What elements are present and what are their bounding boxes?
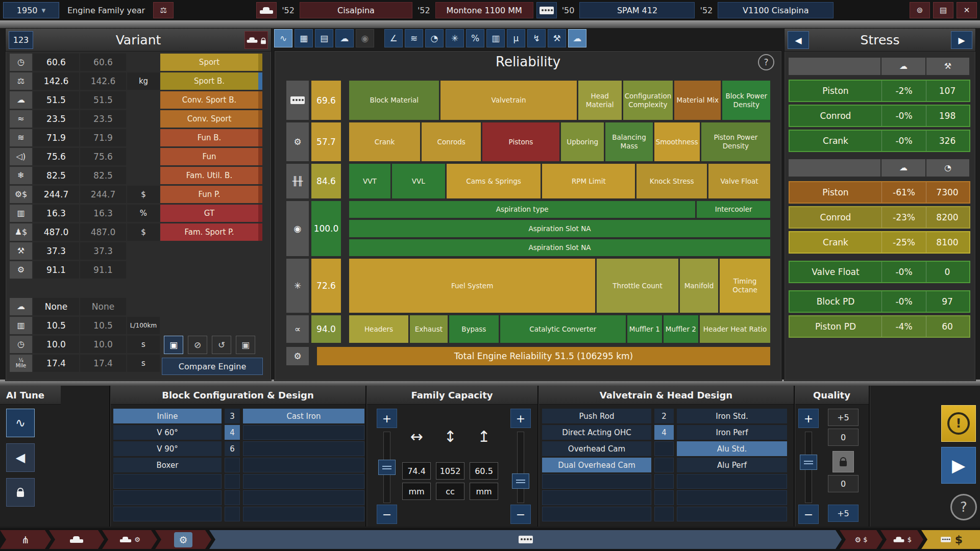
reliability-cell-fuel-system[interactable]: Fuel System xyxy=(349,259,595,313)
next-page-button[interactable]: ▶ xyxy=(951,31,972,49)
nav-car-costs-tab[interactable]: $ xyxy=(880,530,923,549)
valvetrain-dual-overhead-cam[interactable]: Dual Overhead Cam xyxy=(542,458,651,472)
stress-row-crank[interactable]: Crank-25%8100 xyxy=(789,231,970,254)
reliability-cell-smoothness[interactable]: Smoothness xyxy=(654,122,700,161)
prev-page-button[interactable]: ◀ xyxy=(788,31,809,49)
reliability-cell-balancing-mass[interactable]: Balancing Mass xyxy=(605,122,652,161)
demographic-item-conv-sport[interactable]: Conv. Sport xyxy=(160,110,262,128)
nav-car-engine-tab[interactable]: ⚙ xyxy=(102,530,157,549)
block-type-inline[interactable]: Inline xyxy=(113,409,222,423)
quad-graph-view-button[interactable]: ▦ xyxy=(295,29,313,47)
stroke-plus-button[interactable]: + xyxy=(510,409,531,428)
compare-engine-button[interactable]: Compare Engine xyxy=(162,358,263,375)
head-material-alu-std-[interactable]: Alu Std. xyxy=(677,441,787,456)
engine-tab-icon-button[interactable] xyxy=(536,2,557,18)
nav-markets-tab[interactable]: $ xyxy=(921,530,980,549)
nav-car-body-tab[interactable] xyxy=(49,530,104,549)
help-button[interactable]: ? xyxy=(950,494,977,520)
head-material-alu-perf[interactable]: Alu Perf xyxy=(677,458,787,472)
screenshot-button[interactable]: ⊚ xyxy=(910,2,930,18)
cylinder-count-4[interactable]: 4 xyxy=(225,425,240,440)
reliability-cell-material-mix[interactable]: Material Mix xyxy=(674,81,721,120)
reliability-cell-header-heat-ratio[interactable]: Header Heat Ratio xyxy=(700,315,770,343)
reliability-cell-knock-stress[interactable]: Knock Stress xyxy=(636,164,707,198)
nav-engine-designer-tab[interactable]: ⚙ xyxy=(155,530,211,549)
stress-row-piston[interactable]: Piston-2%107 xyxy=(789,80,970,102)
reliability-cell-valvetrain[interactable]: Valvetrain xyxy=(440,81,576,120)
reliability-cell-catalytic-converter[interactable]: Catalytic Converter xyxy=(500,315,626,343)
demographic-item-fam-sport-p-[interactable]: Fam. Sport P. xyxy=(160,223,262,241)
fuel-pump-view-button[interactable]: ▥ xyxy=(486,29,505,47)
variant-count-badge[interactable]: 123 xyxy=(9,31,33,49)
car-tab-icon-button[interactable] xyxy=(256,2,277,18)
reliability-cell-upboring[interactable]: Upboring xyxy=(561,122,604,161)
quality-minus-button[interactable]: − xyxy=(798,505,819,524)
reliability-cell-configuration-complexity[interactable]: Configuration Complexity xyxy=(623,81,673,120)
power-graph-view-button[interactable]: ∠ xyxy=(384,29,403,47)
displacement-value[interactable]: 1052 xyxy=(436,462,464,480)
valve-count-4[interactable]: 4 xyxy=(654,425,674,440)
cylinder-count-empty-row[interactable] xyxy=(225,458,240,472)
reliability-cell-pistons[interactable]: Pistons xyxy=(482,122,559,161)
cylinder-count-empty-row[interactable] xyxy=(225,474,240,489)
block-material-empty-row[interactable] xyxy=(243,474,364,489)
cylinder-count-empty-row[interactable] xyxy=(225,490,240,505)
reliability-cell-throttle-count[interactable]: Throttle Count xyxy=(597,259,678,313)
stroke-slider[interactable] xyxy=(517,432,524,503)
tab-cisalpina[interactable]: Cisalpina xyxy=(300,2,412,18)
reliability-cell-bypass[interactable]: Bypass xyxy=(449,315,499,343)
reliability-cell-muffler-1[interactable]: Muffler 1 xyxy=(627,315,662,343)
car-lock-button[interactable] xyxy=(244,31,268,49)
bore-plus-button[interactable]: + xyxy=(377,409,397,428)
paste-button[interactable]: ▣ xyxy=(236,336,255,354)
help-icon[interactable]: ? xyxy=(758,54,774,70)
demographic-item-fam-util-b-[interactable]: Fam. Util. B. xyxy=(160,167,262,184)
tab-montone-1100-mm[interactable]: Montone 1100 MM xyxy=(435,2,533,18)
block-type-v-60-[interactable]: V 60° xyxy=(113,425,222,440)
cylinder-count-3[interactable]: 3 xyxy=(225,409,240,423)
fuel-spray-view-button[interactable]: ✳ xyxy=(446,29,464,47)
block-type-boxer[interactable]: Boxer xyxy=(113,458,222,472)
copy-button[interactable]: ▣ xyxy=(164,336,183,354)
ai-tune-graph-button[interactable]: ∿ xyxy=(6,409,35,437)
bore-slider-handle[interactable] xyxy=(378,460,396,475)
reliability-cell-crank[interactable]: Crank xyxy=(349,122,420,161)
stroke-slider-handle[interactable] xyxy=(512,473,529,489)
block-material-cast-iron[interactable]: Cast Iron xyxy=(243,409,364,423)
back-button[interactable]: ◀ xyxy=(6,443,35,472)
head-material-iron-std-[interactable]: Iron Std. xyxy=(677,409,787,423)
demographic-item-fun[interactable]: Fun xyxy=(160,148,262,165)
demographic-item-sport[interactable]: Sport xyxy=(160,54,262,71)
reliability-cell-exhaust[interactable]: Exhaust xyxy=(410,315,448,343)
valvetrain-empty-row[interactable] xyxy=(542,507,651,521)
bore-value[interactable]: 74.4 xyxy=(402,462,431,480)
reliability-cell-aspiration-type[interactable]: Aspiration type xyxy=(349,201,695,218)
warning-button[interactable]: ! xyxy=(941,405,976,442)
engine-family-year-dropdown[interactable]: 1950 ▼ xyxy=(3,2,59,18)
demographic-item-sport-b-[interactable]: Sport B. xyxy=(160,72,262,90)
compare-scales-button[interactable]: ⚖ xyxy=(153,2,174,18)
valvetrain-direct-acting-ohc[interactable]: Direct Acting OHC xyxy=(542,425,651,440)
head-material-empty-row[interactable] xyxy=(677,507,787,521)
service-percent-view-button[interactable]: % xyxy=(466,29,484,47)
valve-count-empty-row[interactable] xyxy=(654,490,674,505)
block-material-empty-row[interactable] xyxy=(243,425,364,440)
stroke-value[interactable]: 60.5 xyxy=(470,462,498,480)
demographic-item-conv-sport-b-[interactable]: Conv. Sport B. xyxy=(160,91,262,109)
stress-row-piston-pd[interactable]: Piston PD-4%60 xyxy=(789,315,970,338)
friction-view-button[interactable]: µ xyxy=(507,29,525,47)
block-type-empty-row[interactable] xyxy=(113,474,222,489)
reliability-view-view-button[interactable]: ☁ xyxy=(568,29,586,47)
bore-minus-button[interactable]: − xyxy=(377,505,397,524)
notes-button[interactable]: ▤ xyxy=(933,2,953,18)
valve-count-empty-row[interactable] xyxy=(654,474,674,489)
turbo-view-button[interactable]: ◉ xyxy=(356,29,374,47)
stress-row-block-pd[interactable]: Block PD-0%97 xyxy=(789,290,970,313)
reliability-cell-conrods[interactable]: Conrods xyxy=(422,122,481,161)
undo-button[interactable]: ↺ xyxy=(212,336,231,354)
stress-row-conrod[interactable]: Conrod-0%198 xyxy=(789,105,970,127)
emissions-graph-view-button[interactable]: ☁ xyxy=(335,29,354,47)
valve-count-empty-row[interactable] xyxy=(654,507,674,521)
tab-spam-412[interactable]: SPAM 412 xyxy=(579,2,695,18)
reliability-cell-manifold[interactable]: Manifold xyxy=(680,259,718,313)
